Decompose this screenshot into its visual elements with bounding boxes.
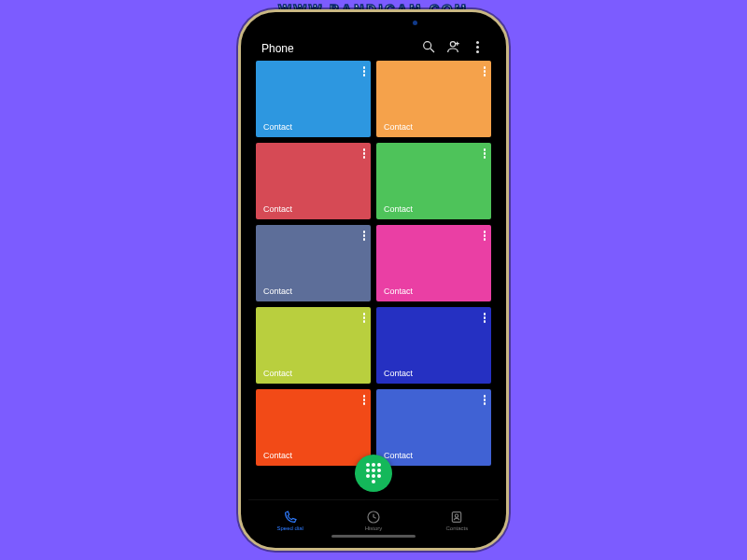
nav-label: Speed dial	[276, 525, 303, 531]
speed-dial-tile[interactable]: Contact	[376, 143, 491, 219]
tile-label: Contact	[263, 451, 292, 460]
speed-dial-tile[interactable]: Contact	[256, 143, 371, 219]
tile-label: Contact	[263, 287, 292, 296]
speed-dial-tile[interactable]: Contact	[256, 61, 371, 137]
tile-menu-icon[interactable]	[363, 66, 366, 77]
speed-dial-grid: ContactContactContactContactContactConta…	[248, 59, 499, 499]
add-contact-icon[interactable]	[444, 38, 461, 55]
nav-label: History	[365, 525, 383, 531]
svg-point-7	[456, 514, 458, 517]
nav-history[interactable]: History	[345, 510, 402, 531]
tile-menu-icon[interactable]	[484, 313, 486, 323]
tile-menu-icon[interactable]	[484, 66, 486, 77]
phone-frame: Phone ContactContactContactContactContac…	[238, 9, 509, 551]
tile-menu-icon[interactable]	[484, 148, 486, 159]
phone-icon	[283, 510, 298, 525]
speed-dial-tile[interactable]: Contact	[376, 389, 491, 466]
speed-dial-tile[interactable]: Contact	[256, 307, 371, 384]
svg-point-0	[424, 42, 431, 49]
dialpad-icon	[366, 463, 381, 483]
app-screen: Phone ContactContactContactContactContac…	[248, 20, 499, 540]
nav-label: Contacts	[445, 525, 468, 531]
contacts-icon	[449, 510, 464, 525]
tile-label: Contact	[263, 369, 292, 378]
search-icon[interactable]	[420, 38, 437, 55]
speed-dial-tile[interactable]: Contact	[256, 389, 371, 466]
tile-label: Contact	[384, 369, 413, 378]
phone-notch	[313, 12, 434, 33]
tile-menu-icon[interactable]	[363, 231, 366, 241]
tile-label: Contact	[263, 122, 292, 132]
tile-label: Contact	[384, 451, 413, 460]
tile-menu-icon[interactable]	[363, 148, 366, 159]
dialpad-fab[interactable]	[355, 455, 392, 492]
app-title: Phone	[261, 42, 413, 55]
speed-dial-tile[interactable]: Contact	[376, 61, 491, 137]
tile-label: Contact	[384, 122, 413, 132]
tile-menu-icon[interactable]	[484, 231, 486, 241]
home-indicator[interactable]	[331, 535, 416, 538]
nav-speed-dial[interactable]: Speed dial	[262, 510, 318, 531]
tile-label: Contact	[263, 204, 292, 214]
speed-dial-tile[interactable]: Contact	[256, 225, 371, 301]
tile-label: Contact	[384, 287, 413, 296]
clock-icon	[366, 510, 381, 525]
overflow-menu-icon[interactable]	[469, 38, 486, 55]
nav-contacts[interactable]: Contacts	[429, 510, 485, 531]
svg-point-2	[450, 42, 455, 47]
speed-dial-tile[interactable]: Contact	[376, 307, 491, 384]
svg-line-1	[430, 49, 434, 52]
tile-menu-icon[interactable]	[363, 313, 366, 323]
tile-menu-icon[interactable]	[484, 395, 486, 405]
speed-dial-tile[interactable]: Contact	[376, 225, 491, 301]
tile-label: Contact	[384, 204, 413, 214]
tile-menu-icon[interactable]	[363, 395, 366, 405]
